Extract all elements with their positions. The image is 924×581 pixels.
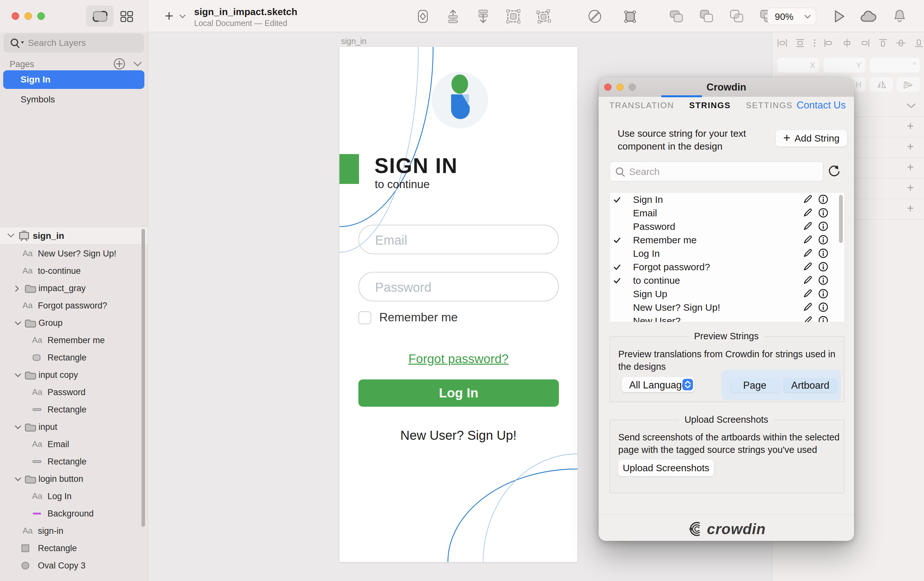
resize-button[interactable] — [623, 9, 637, 24]
cloud-share-button[interactable] — [860, 9, 878, 24]
align-bottom-icon[interactable] — [913, 38, 924, 48]
chevron-down-icon[interactable] — [14, 425, 22, 430]
edit-string-icon[interactable] — [802, 221, 813, 232]
layer-row-email[interactable]: AaEmail — [0, 435, 148, 453]
string-info-icon[interactable] — [818, 234, 829, 245]
string-info-icon[interactable] — [818, 302, 829, 313]
string-row-password[interactable]: Password — [610, 220, 845, 233]
string-row-sign-up[interactable]: Sign Up — [610, 287, 845, 300]
strings-search-input[interactable]: Search — [610, 161, 823, 181]
create-symbol-button[interactable] — [416, 9, 430, 24]
layer-tree-artboard-row[interactable]: sign_in — [0, 227, 148, 245]
align-middle-vertical-icon[interactable] — [896, 38, 906, 48]
string-info-icon[interactable] — [818, 194, 829, 205]
add-border-button[interactable]: + — [907, 163, 917, 172]
chevron-down-icon[interactable] — [14, 372, 22, 379]
string-row-email[interactable]: Email — [610, 206, 845, 220]
boolean-subtract-button[interactable] — [699, 9, 714, 24]
refresh-strings-button[interactable] — [827, 165, 841, 179]
search-layers-input[interactable]: Search Layers — [3, 33, 144, 53]
layer-row-rectangle[interactable]: Rectangle — [0, 453, 148, 470]
edit-string-icon[interactable] — [802, 261, 813, 272]
string-info-icon[interactable] — [818, 261, 829, 272]
string-info-icon[interactable] — [818, 275, 829, 286]
layer-row-login-button[interactable]: login button — [0, 470, 148, 488]
remember-me-checkbox[interactable] — [358, 311, 371, 324]
add-fill-button[interactable]: + — [907, 142, 917, 152]
layer-row-log-in[interactable]: AaLog In — [0, 488, 148, 505]
y-position-field[interactable]: Y — [823, 58, 865, 73]
edit-string-icon[interactable] — [802, 315, 813, 322]
strings-list-scrollbar[interactable] — [839, 195, 843, 243]
log-in-button[interactable]: Log In — [358, 379, 559, 407]
minimize-window-button[interactable] — [25, 12, 32, 20]
sidebar-page-sign-in[interactable]: Sign In — [3, 70, 144, 89]
preview-artboard-button[interactable]: Artboard — [784, 378, 837, 392]
chevron-down-icon[interactable] — [14, 321, 22, 326]
artboard-title-label[interactable]: sign_in — [341, 36, 366, 46]
layer-row-remember-me[interactable]: AaRemember me — [0, 331, 148, 349]
email-field[interactable]: Email — [358, 225, 559, 254]
sign-in-artboard[interactable]: SIGN IN to continue Email Password Remem… — [340, 47, 578, 562]
preview-play-button[interactable] — [833, 9, 846, 24]
align-left-icon[interactable] — [823, 38, 835, 48]
flip-horizontal-button[interactable] — [870, 77, 893, 92]
string-row-forgot-password-[interactable]: Forgot password? — [610, 260, 845, 273]
section-collapse-chevron-icon[interactable] — [906, 103, 917, 109]
add-style-button[interactable]: + — [907, 122, 917, 131]
more-options-icon[interactable] — [813, 38, 817, 48]
layer-row-rectangle[interactable]: Rectangle — [0, 349, 148, 366]
layer-row-rectangle[interactable]: Rectangle — [0, 401, 148, 418]
ungroup-button[interactable] — [536, 9, 551, 24]
layer-row-oval-copy-3[interactable]: Oval Copy 3 — [0, 557, 148, 574]
add-blur-button[interactable]: + — [907, 204, 917, 214]
add-page-button[interactable] — [113, 58, 126, 70]
align-center-horizontal-icon[interactable] — [842, 38, 853, 48]
sign-up-link[interactable]: New User? Sign Up! — [340, 428, 578, 443]
contact-us-link[interactable]: Contact Us — [797, 99, 846, 111]
rotation-field[interactable]: ° — [870, 58, 920, 73]
boolean-intersect-button[interactable] — [729, 9, 744, 24]
components-view-icon[interactable] — [120, 11, 134, 22]
align-right-icon[interactable] — [860, 38, 870, 48]
sidebar-page-symbols[interactable]: Symbols — [3, 90, 144, 109]
sidebar-scrollbar[interactable] — [142, 229, 145, 527]
tab-settings[interactable]: SETTINGS — [746, 101, 793, 111]
edit-string-icon[interactable] — [802, 234, 813, 245]
edit-string-icon[interactable] — [802, 248, 813, 259]
chevron-right-icon[interactable] — [14, 285, 20, 293]
align-top-icon[interactable] — [878, 38, 888, 48]
edit-string-icon[interactable] — [802, 288, 813, 299]
layer-row-background[interactable]: Background — [0, 505, 148, 522]
upload-screenshots-button[interactable]: Upload Screenshots — [618, 460, 714, 476]
zoom-window-button[interactable] — [37, 12, 45, 20]
layer-row-group[interactable]: Group — [0, 314, 148, 331]
edit-shape-button[interactable] — [587, 9, 602, 24]
edit-string-icon[interactable] — [802, 207, 813, 218]
string-info-icon[interactable] — [818, 221, 829, 232]
edit-string-icon[interactable] — [802, 302, 813, 313]
layer-row-sign-in[interactable]: Aasign-in — [0, 522, 148, 540]
tab-translation[interactable]: TRANSLATION — [609, 101, 674, 111]
string-row-new-user-sign-up-[interactable]: New User? Sign Up! — [610, 300, 845, 314]
send-backward-button[interactable] — [476, 9, 490, 24]
layer-row-forgot-password-[interactable]: AaForgot password? — [0, 297, 148, 314]
crowdin-titlebar[interactable]: Crowdin — [599, 77, 854, 97]
edit-string-icon[interactable] — [802, 194, 813, 205]
distribute-horizontally-icon[interactable] — [777, 38, 788, 48]
edit-string-icon[interactable] — [802, 275, 813, 286]
string-info-icon[interactable] — [818, 248, 829, 259]
layer-row-to-continue[interactable]: Aato-continue — [0, 262, 148, 280]
close-window-button[interactable] — [12, 12, 19, 20]
language-select[interactable]: All Languages — [622, 377, 695, 392]
boolean-union-button[interactable] — [669, 9, 684, 24]
layer-row-new-user-sign-up-[interactable]: AaNew User? Sign Up! — [0, 245, 148, 262]
flip-vertical-button[interactable] — [897, 77, 920, 92]
chevron-down-icon[interactable] — [7, 232, 15, 239]
add-string-button[interactable]: + Add String — [776, 130, 847, 147]
add-shadow-button[interactable]: + — [907, 183, 917, 193]
preview-page-button[interactable]: Page — [730, 378, 780, 392]
string-info-icon[interactable] — [818, 288, 829, 299]
layer-row-rectangle[interactable]: Rectangle — [0, 540, 148, 557]
forgot-password-link[interactable]: Forgot password? — [340, 352, 578, 366]
